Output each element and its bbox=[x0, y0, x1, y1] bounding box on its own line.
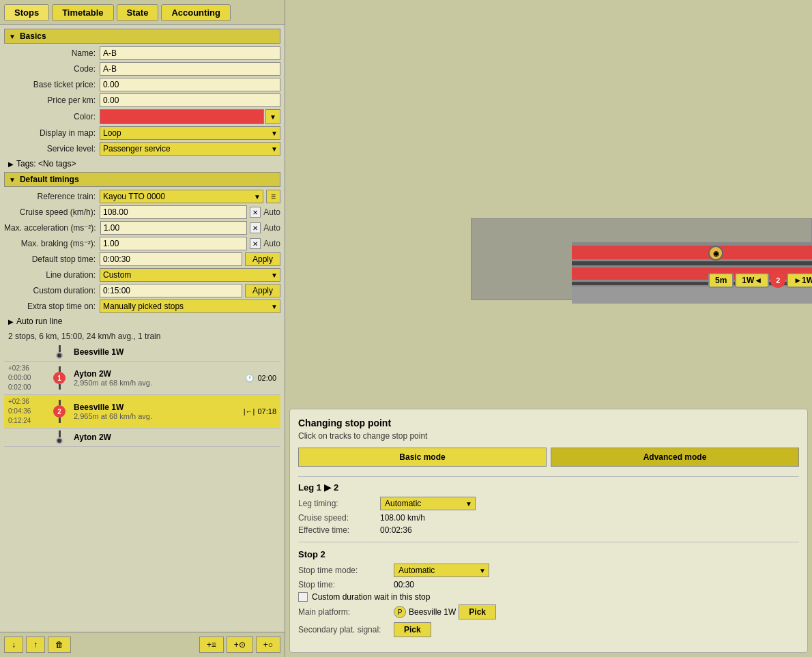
price-km-row: Price per km: bbox=[4, 93, 280, 107]
display-map-select[interactable]: Loop bbox=[100, 126, 280, 140]
info-desc: Click on tracks to change stop point bbox=[298, 431, 799, 441]
stats-text: 2 stops, 6 km, 15:00, 24 km/h avg., 1 tr… bbox=[4, 330, 280, 343]
train-arrow-right-btn[interactable]: ►1W bbox=[787, 273, 812, 288]
basic-mode-btn[interactable]: Basic mode bbox=[298, 448, 547, 467]
leg-timing-label: Leg timing: bbox=[298, 499, 380, 508]
max-accel-auto-label: Auto bbox=[263, 223, 280, 233]
basics-section-header[interactable]: ▼ Basics bbox=[4, 29, 280, 44]
base-ticket-input[interactable] bbox=[100, 78, 280, 91]
add-loop-btn[interactable]: +⊙ bbox=[227, 637, 253, 653]
code-input[interactable] bbox=[100, 62, 280, 76]
name-input[interactable] bbox=[100, 46, 280, 60]
tags-expand-icon: ▶ bbox=[8, 160, 14, 168]
cruise-speed-label: Cruise speed (km/h): bbox=[4, 207, 100, 217]
secondary-plat-pick-btn[interactable]: Pick bbox=[394, 622, 431, 637]
map-area[interactable]: ◉ 5m 1W◄ 2 ►1W 245m bbox=[285, 0, 812, 405]
stop-badge-beesville2: 2 bbox=[53, 405, 66, 418]
main-platform-pick-btn[interactable]: Pick bbox=[459, 604, 496, 619]
base-ticket-label: Base ticket price: bbox=[4, 80, 100, 89]
service-level-row: Service level: Passenger service bbox=[4, 142, 280, 156]
custom-duration-input[interactable] bbox=[100, 284, 242, 297]
extra-stop-select[interactable]: Manually picked stops bbox=[100, 300, 280, 313]
line-duration-label: Line duration: bbox=[4, 270, 100, 280]
stop-line-below-beesville2 bbox=[59, 418, 61, 423]
extra-stop-row: Extra stop time on: Manually picked stop… bbox=[4, 300, 280, 313]
stop-ayton[interactable]: +02:36 0:00:00 0:02:00 1 Ayton 2W 2,950m… bbox=[4, 362, 280, 395]
tab-accounting[interactable]: Accounting bbox=[161, 4, 231, 21]
service-level-select-wrapper: Passenger service bbox=[100, 142, 280, 156]
stop-time-ayton: 02:00 bbox=[257, 374, 276, 382]
apply-default-stop-btn[interactable]: Apply bbox=[245, 252, 280, 266]
train-arrow-left-btn[interactable]: 1W◄ bbox=[735, 273, 769, 288]
stop-connector-ayton-bot bbox=[49, 430, 70, 444]
default-timings-header[interactable]: ▼ Default timings bbox=[4, 172, 280, 187]
add-stop-btn[interactable]: +≡ bbox=[199, 637, 224, 653]
ref-train-label: Reference train: bbox=[4, 192, 100, 201]
leg-timing-select[interactable]: Automatic bbox=[380, 497, 476, 510]
auto-run-label: Auto run line bbox=[16, 317, 62, 326]
line-duration-select-wrapper: Custom bbox=[100, 268, 280, 282]
max-accel-input-group: ✕ Auto bbox=[100, 221, 280, 235]
cruise-speed-auto-check[interactable]: ✕ bbox=[250, 207, 261, 218]
stop-time-mode-label: Stop time mode: bbox=[298, 566, 394, 575]
stop-beesville-top: Beesville 1W bbox=[4, 343, 280, 362]
color-bar[interactable] bbox=[100, 109, 264, 124]
delete-btn[interactable]: 🗑 bbox=[48, 637, 71, 653]
stop-line-bot bbox=[59, 430, 61, 437]
stop-time-row: Stop time: 00:30 bbox=[298, 580, 799, 589]
stop-time-value: 00:30 bbox=[394, 580, 414, 589]
stop-info-ayton: Ayton 2W 2,950m at 68 km/h avg. bbox=[74, 369, 245, 387]
apply-custom-duration-btn[interactable]: Apply bbox=[245, 284, 280, 297]
bottom-toolbar: ↓ ↑ 🗑 +≡ +⊙ +○ bbox=[0, 632, 285, 657]
stop-time-mode-select[interactable]: Automatic bbox=[394, 564, 489, 577]
price-km-input[interactable] bbox=[100, 93, 280, 107]
stop-beesville-2[interactable]: +02:36 0:04:36 0:12:24 2 Beesville 1W 2,… bbox=[4, 395, 280, 428]
stop-connector-ayton: 1 bbox=[49, 366, 70, 390]
left-panel: Stops Timetable State Accounting ▼ Basic… bbox=[0, 0, 285, 657]
move-down-btn[interactable]: ↓ bbox=[4, 637, 23, 653]
line-duration-select[interactable]: Custom bbox=[100, 268, 280, 282]
stop-name-ayton-bot: Ayton 2W bbox=[74, 433, 276, 442]
max-brake-input[interactable] bbox=[100, 237, 247, 250]
stop-info-beesville-top: Beesville 1W bbox=[74, 347, 276, 357]
leg-cruise-value: 108.00 km/h bbox=[380, 513, 425, 523]
code-row: Code: bbox=[4, 62, 280, 76]
tab-stops[interactable]: Stops bbox=[4, 4, 49, 21]
stop-dist-ayton: 2,950m at 68 km/h avg. bbox=[74, 379, 245, 387]
advanced-mode-btn[interactable]: Advanced mode bbox=[551, 448, 799, 467]
move-up-btn[interactable]: ↑ bbox=[26, 637, 45, 653]
color-dropdown-btn[interactable]: ▼ bbox=[265, 109, 280, 124]
ref-train-edit-btn[interactable]: ≡ bbox=[266, 190, 280, 203]
stop-info-ayton-bot: Ayton 2W bbox=[74, 433, 276, 442]
custom-duration-row: Custom duration: Apply bbox=[4, 284, 280, 297]
default-stop-input[interactable] bbox=[100, 252, 242, 266]
default-stop-row: Default stop time: Apply bbox=[4, 252, 280, 266]
secondary-plat-row: Secondary plat. signal: Pick bbox=[298, 622, 799, 637]
add-marker-btn[interactable]: +○ bbox=[256, 637, 280, 653]
max-brake-label: Max. braking (ms⁻²): bbox=[4, 239, 100, 248]
stop-line-below-ayton bbox=[59, 384, 61, 390]
extra-stop-label: Extra stop time on: bbox=[4, 302, 100, 311]
leg-dest-text: 2 bbox=[334, 482, 338, 493]
train-widget: 5m 1W◄ 2 ►1W 245m bbox=[708, 273, 812, 288]
display-map-select-wrapper: Loop bbox=[100, 126, 280, 140]
max-brake-auto-check[interactable]: ✕ bbox=[250, 238, 261, 249]
custom-duration-checkbox[interactable] bbox=[298, 592, 308, 602]
leg-title: Leg 1 ▶ 2 bbox=[298, 482, 799, 493]
cruise-speed-input[interactable] bbox=[100, 205, 247, 219]
train-stop-badge: 2 bbox=[770, 273, 785, 288]
service-level-select[interactable]: Passenger service bbox=[100, 142, 280, 156]
max-accel-input[interactable] bbox=[100, 221, 248, 235]
leg-section: Leg 1 ▶ 2 Leg timing: Automatic Cruise s… bbox=[298, 482, 799, 535]
extra-stop-select-wrapper: Manually picked stops bbox=[100, 300, 280, 313]
stop-plus-time-beesville2: +02:36 bbox=[8, 397, 49, 407]
cruise-speed-auto-label: Auto bbox=[263, 207, 280, 217]
leg-cruise-row: Cruise speed: 108.00 km/h bbox=[298, 513, 799, 523]
ref-train-select[interactable]: Kayou TTO 0000 bbox=[100, 190, 263, 203]
stop-badge-ayton: 1 bbox=[53, 372, 66, 384]
tab-state[interactable]: State bbox=[117, 4, 159, 21]
tab-timetable[interactable]: Timetable bbox=[52, 4, 113, 21]
max-accel-auto-check[interactable]: ✕ bbox=[250, 222, 261, 233]
color-input-wrapper: ▼ bbox=[100, 109, 280, 124]
stop-time-left-ayton: +02:36 0:00:00 0:02:00 bbox=[8, 364, 49, 392]
